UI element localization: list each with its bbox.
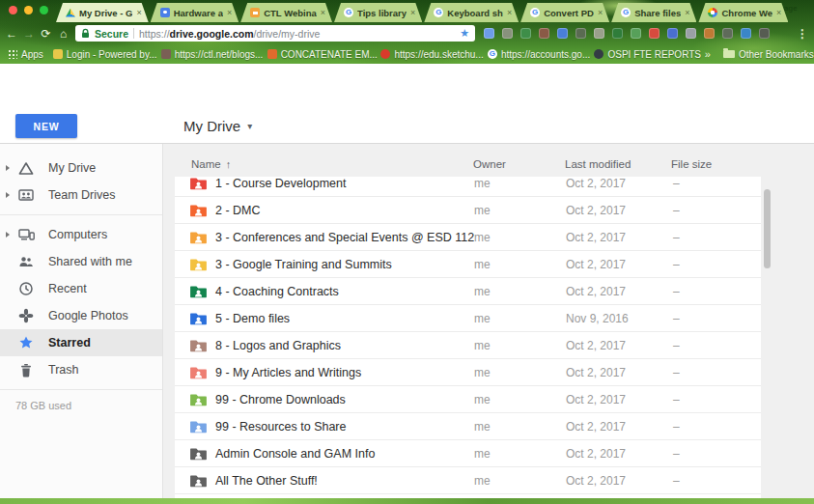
site-dark-icon: [594, 49, 603, 59]
shared-folder-icon: [190, 447, 207, 461]
window-controls: [9, 6, 48, 14]
extension-icon[interactable]: [539, 28, 549, 39]
close-tab-icon[interactable]: ×: [227, 9, 232, 17]
file-row[interactable]: Admin Console and GAM Info me Oct 2, 201…: [175, 440, 761, 467]
expand-caret-icon[interactable]: [6, 165, 14, 171]
browser-menu-icon[interactable]: ⋮: [797, 27, 808, 41]
extension-icon[interactable]: [741, 28, 751, 39]
file-row[interactable]: 2 - DMC me Oct 2, 2017 –: [175, 197, 761, 224]
bookmark-login[interactable]: Login - Powered by...: [53, 49, 149, 60]
back-button[interactable]: ←: [6, 28, 16, 40]
google-g-icon: [621, 8, 631, 17]
close-tab-icon[interactable]: ×: [136, 9, 141, 17]
doc-icon: [267, 49, 277, 59]
tab-my-drive[interactable]: My Drive - G ×: [56, 3, 149, 22]
reload-button[interactable]: ⟳: [41, 28, 51, 40]
file-row[interactable]: All The Other Stuff! me Oct 2, 2017 –: [175, 467, 761, 494]
sidebar-item-shared-with-me[interactable]: Shared with me: [0, 248, 162, 275]
sidebar-item-team-drives[interactable]: Team Drives: [0, 182, 162, 209]
extension-icon[interactable]: [484, 28, 494, 39]
google-g-icon: [488, 49, 497, 59]
minimize-window-button[interactable]: [24, 6, 33, 14]
extension-icon[interactable]: [575, 28, 586, 39]
expand-caret-icon[interactable]: [6, 192, 14, 198]
extension-icon[interactable]: [722, 28, 733, 39]
google-g-icon: [434, 8, 443, 17]
shared-folder-icon: [190, 393, 207, 406]
sidebar-item-computers[interactable]: Computers: [0, 221, 162, 248]
column-name[interactable]: Name↑: [191, 158, 231, 170]
sidebar: My Drive Team Drives Computers Shared wi…: [0, 144, 162, 498]
close-tab-icon[interactable]: ×: [685, 9, 689, 17]
tab-convert-pdf[interactable]: Convert PD ×: [520, 3, 609, 22]
security-label: Secure: [95, 28, 128, 40]
other-bookmarks[interactable]: Other Bookmarks: [723, 49, 806, 60]
column-last-modified[interactable]: Last modified: [565, 158, 631, 170]
bookmark-ctl-blogs[interactable]: https://ctl.net/blogs...: [161, 49, 255, 60]
file-row[interactable]: 1 - Course Development me Oct 2, 2017 –: [175, 177, 761, 197]
bookmarks-overflow-chevron[interactable]: »: [705, 48, 711, 60]
tab-tips-library[interactable]: Tips library ×: [334, 3, 422, 22]
scrollbar-thumb[interactable]: [764, 189, 771, 268]
page-title[interactable]: My Drive ▾: [183, 118, 252, 134]
site-icon: [161, 49, 171, 59]
sidebar-item-recent[interactable]: Recent: [0, 275, 162, 302]
bookmark-concatenate[interactable]: CONCATENATE EM...: [267, 49, 369, 60]
shared-folder-icon: [190, 474, 207, 488]
sidebar-item-trash[interactable]: Trash: [0, 356, 162, 383]
url-divider: [133, 28, 134, 39]
bookmark-apps[interactable]: Apps: [8, 49, 41, 60]
maximize-window-button[interactable]: [40, 6, 48, 14]
file-row[interactable]: 99 - Chrome Downloads me Oct 2, 2017 –: [175, 386, 761, 413]
close-tab-icon[interactable]: ×: [598, 9, 603, 17]
bookmark-accounts[interactable]: https://accounts.go...: [488, 49, 582, 60]
tab-keyboard-shortcuts[interactable]: Keyboard sh ×: [424, 3, 519, 22]
close-tab-icon[interactable]: ×: [410, 9, 415, 17]
close-window-button[interactable]: [9, 6, 17, 14]
extension-icon[interactable]: [631, 28, 641, 39]
star-icon: [17, 335, 35, 350]
extension-icon[interactable]: [612, 28, 623, 39]
file-row[interactable]: 99 - Resources to Share me Oct 2, 2017 –: [175, 413, 761, 440]
sidebar-item-starred[interactable]: Starred: [0, 329, 162, 356]
extension-icon[interactable]: [704, 28, 715, 39]
extension-icon[interactable]: [649, 28, 660, 39]
new-button[interactable]: NEW: [15, 114, 77, 138]
close-tab-icon[interactable]: ×: [507, 9, 512, 17]
close-tab-icon[interactable]: ×: [321, 9, 325, 17]
extension-icon[interactable]: [520, 28, 531, 39]
file-row[interactable]: 9 - My Articles and Writings me Oct 2, 2…: [175, 359, 761, 386]
forward-button[interactable]: →: [23, 28, 34, 40]
extension-icon[interactable]: [667, 28, 678, 39]
extension-icon[interactable]: [594, 28, 604, 39]
tab-hardware[interactable]: Hardware a ×: [151, 3, 239, 22]
file-row[interactable]: 3 - Conferences and Special Events @ ESD…: [175, 224, 761, 251]
extension-icon[interactable]: [557, 28, 568, 39]
extension-icon[interactable]: [759, 28, 770, 39]
shared-with-me-icon: [17, 254, 35, 269]
tab-ctl-webinar[interactable]: CTL Webina ×: [240, 3, 332, 22]
close-tab-icon[interactable]: ×: [776, 9, 781, 17]
file-row[interactable]: 5 - Demo files me Nov 9, 2016 –: [175, 305, 761, 332]
shared-folder-icon: [190, 420, 207, 434]
google-g-icon: [530, 8, 540, 17]
tab-chrome-web-store[interactable]: Chrome We ×: [698, 3, 788, 22]
address-bar[interactable]: Secure https://drive.google.com/drive/my…: [75, 25, 475, 42]
extension-icon[interactable]: [502, 28, 513, 39]
google-g-icon: [344, 8, 353, 17]
file-row[interactable]: 4 - Coaching Contracts me Oct 2, 2017 –: [175, 278, 761, 305]
sidebar-item-my-drive[interactable]: My Drive: [0, 154, 162, 182]
bookmark-sketchup[interactable]: https://edu.sketchu...: [380, 49, 475, 60]
bookmark-star-icon[interactable]: ★: [460, 27, 469, 40]
bookmark-ospi[interactable]: OSPI FTE REPORTS: [594, 49, 691, 60]
extension-icon[interactable]: [686, 28, 696, 39]
expand-caret-icon[interactable]: [6, 232, 14, 238]
column-file-size[interactable]: File size: [671, 158, 712, 170]
tab-share-files[interactable]: Share files ×: [611, 3, 696, 22]
sidebar-item-google-photos[interactable]: Google Photos: [0, 302, 162, 329]
google-photos-icon: [17, 308, 35, 323]
home-button[interactable]: ⌂: [58, 28, 69, 40]
column-owner[interactable]: Owner: [473, 158, 506, 170]
file-row[interactable]: 3 - Google Training and Summits me Oct 2…: [175, 251, 761, 278]
file-row[interactable]: 8 - Logos and Graphics me Oct 2, 2017 –: [175, 332, 761, 359]
